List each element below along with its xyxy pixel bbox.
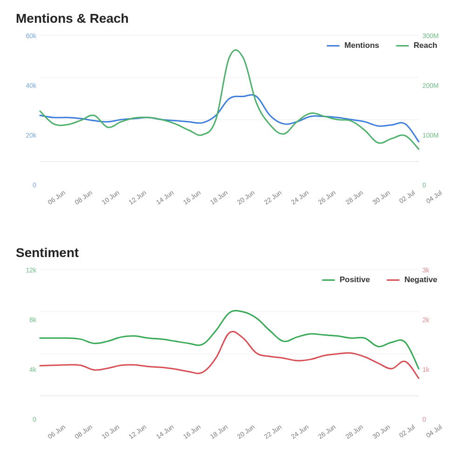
x-tick: 14 Jun: [154, 423, 175, 440]
legend-swatch: [387, 279, 400, 281]
y-right-tick: 300M: [422, 32, 439, 40]
x-tick: 08 Jun: [74, 423, 94, 440]
x-tick: 06 Jun: [47, 423, 67, 440]
x-tick: 04 Jul: [425, 423, 443, 439]
legend-label: Reach: [414, 41, 437, 50]
x-tick: 26 Jun: [317, 189, 337, 206]
chart-legend: MentionsReach: [327, 41, 437, 50]
chart-legend: PositiveNegative: [322, 275, 437, 284]
x-tick: 14 Jun: [154, 189, 175, 206]
x-tick: 10 Jun: [100, 423, 121, 440]
sentiment-block: Sentiment 04k8k12k01k2k3k06 Jun08 Jun10 …: [13, 245, 449, 419]
mentions-reach-block: Mentions & Reach 020k40k60k0100M200M300M…: [13, 11, 449, 185]
legend-label: Mentions: [344, 41, 379, 50]
x-tick: 24 Jun: [290, 423, 310, 440]
y-right-tick: 3k: [422, 266, 429, 274]
chart-title: Sentiment: [16, 245, 449, 260]
legend-swatch: [327, 45, 340, 46]
x-tick: 28 Jun: [344, 189, 364, 206]
x-tick: 10 Jun: [100, 189, 121, 206]
y-right-tick: 1k: [422, 366, 429, 373]
legend-item-positive: Positive: [322, 275, 370, 284]
x-tick: 08 Jun: [74, 189, 94, 206]
y-right-tick: 200M: [422, 82, 439, 89]
x-tick: 12 Jun: [127, 423, 148, 440]
x-tick: 18 Jun: [208, 189, 229, 206]
dashboard-page: Mentions & Reach 020k40k60k0100M200M300M…: [0, 0, 462, 456]
x-tick: 06 Jun: [47, 189, 67, 206]
chart-title: Mentions & Reach: [16, 11, 449, 26]
legend-swatch: [396, 45, 409, 46]
x-tick: 18 Jun: [208, 423, 229, 440]
mentions-reach-chart: 020k40k60k0100M200M300M06 Jun08 Jun10 Ju…: [13, 32, 446, 185]
x-tick: 22 Jun: [263, 189, 283, 206]
x-tick: 22 Jun: [263, 423, 283, 440]
x-tick: 04 Jul: [425, 189, 443, 205]
x-tick: 30 Jun: [371, 189, 391, 206]
x-tick: 20 Jun: [236, 189, 256, 206]
x-tick: 28 Jun: [344, 423, 364, 440]
x-tick: 24 Jun: [290, 189, 310, 206]
x-tick: 12 Jun: [127, 189, 148, 206]
x-tick: 16 Jun: [181, 189, 202, 206]
legend-item-reach: Reach: [396, 41, 437, 50]
legend-label: Positive: [340, 275, 370, 284]
x-tick: 26 Jun: [317, 423, 337, 440]
y-right-tick: 2k: [422, 316, 429, 324]
legend-item-negative: Negative: [387, 275, 437, 284]
x-tick: 16 Jun: [181, 423, 202, 440]
legend-swatch: [322, 279, 335, 281]
x-tick: 02 Jul: [398, 189, 416, 205]
x-tick: 30 Jun: [371, 423, 391, 440]
x-tick: 02 Jul: [398, 423, 416, 439]
sentiment-chart: 04k8k12k01k2k3k06 Jun08 Jun10 Jun12 Jun1…: [13, 266, 446, 419]
x-tick: 20 Jun: [236, 423, 256, 440]
y-right-tick: 100M: [422, 132, 439, 139]
legend-item-mentions: Mentions: [327, 41, 379, 50]
legend-label: Negative: [404, 275, 437, 284]
